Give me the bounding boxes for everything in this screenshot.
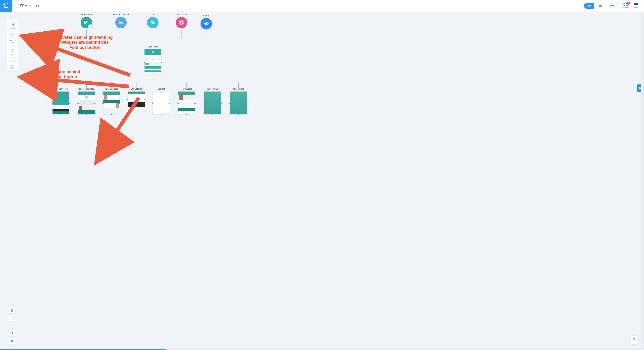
page-thumb-resources[interactable]: [78, 91, 95, 114]
page-label: TSM-Calendar: [130, 88, 143, 90]
page-thumb-about[interactable]: [178, 91, 195, 114]
connector: [86, 39, 206, 39]
widget-label: Social Plan: [176, 13, 187, 16]
page-thumb-contact[interactable]: [153, 91, 170, 114]
page-label: Contact: [158, 88, 165, 90]
connector: [61, 82, 238, 82]
connector: [86, 29, 87, 39]
connector: [206, 30, 206, 39]
edit-icon: [84, 20, 89, 25]
percent-badge: 0%: [88, 24, 93, 29]
annotation-arrows: [0, 12, 641, 349]
svg-line-5: [4, 4, 4, 8]
pages-button[interactable]: Pages: [7, 20, 18, 32]
widget-blog-planner[interactable]: 0%: [81, 17, 92, 28]
canvas[interactable]: Blog Planner 0% Keyword Planner Chat Soc…: [0, 12, 641, 349]
left-toolbar: Pages Campaign Apps Actions More Tools: [7, 20, 18, 72]
home-node-label: TSM Home: [148, 45, 158, 48]
widget-label: Blog Planner: [80, 13, 92, 16]
app-logo[interactable]: [0, 0, 12, 12]
page-label: TSM-Terms: [233, 88, 244, 90]
campaign-apps-label: Campaign Apps: [8, 39, 16, 43]
toggle-plan[interactable]: Plan: [594, 3, 606, 8]
widget-label: Chat: [150, 13, 155, 16]
svg-rect-16: [11, 37, 12, 38]
megaphone-icon: [203, 21, 209, 27]
gear-icon: [10, 48, 14, 52]
connector: [121, 29, 121, 39]
svg-point-36: [152, 22, 155, 24]
svg-line-50: [51, 47, 130, 75]
svg-rect-46: [204, 23, 205, 24]
more-tools-button[interactable]: More Tools: [7, 58, 18, 71]
toggle-live[interactable]: Live: [606, 3, 618, 8]
header-right: Off Plan Live 2 Kanban Menu: [584, 3, 644, 9]
progress-bar: [0, 349, 644, 350]
view-toggle: Off Plan Live: [584, 3, 618, 9]
menu-icon: [634, 3, 638, 6]
annotation-text-1: Several Campaign Planning Widgets are be…: [57, 35, 113, 50]
page-thumb-terms[interactable]: [230, 91, 247, 114]
page-label: TSM-About: [181, 88, 192, 90]
svg-point-32: [120, 22, 120, 23]
kanban-badge: 2: [627, 2, 630, 5]
campaign-apps-button[interactable]: Campaign Apps: [7, 32, 18, 46]
key-icon: [118, 20, 124, 25]
progress-fill: [0, 349, 166, 350]
actions-label: Actions: [10, 53, 15, 55]
annotation-text-2: Page icons are behind this fold out butt…: [35, 69, 81, 79]
home-node-thumb[interactable]: [144, 49, 162, 74]
svg-point-47: [208, 22, 208, 23]
page-label: TSM-Start Here: [54, 88, 68, 90]
more-tools-label: More Tools: [10, 65, 14, 69]
toggle-off[interactable]: Off: [584, 3, 594, 8]
svg-line-51: [51, 80, 129, 86]
header: TSM Home Off Plan Live 2 Kanban Menu: [0, 0, 644, 12]
widget-keyword-planner[interactable]: [115, 17, 127, 28]
connector: [153, 29, 153, 39]
page-label: TSM-Services: [105, 88, 118, 90]
svg-rect-15: [13, 35, 14, 36]
page-thumb-calendar[interactable]: [128, 91, 145, 107]
kanban-button[interactable]: 2 Kanban: [622, 3, 629, 9]
page-label: TSM-Resources: [79, 88, 94, 90]
pages-icon: [10, 22, 14, 27]
widget-chat[interactable]: [147, 17, 158, 28]
svg-point-18: [12, 50, 13, 51]
page-thumb-services[interactable]: [103, 91, 120, 114]
share-icon: [178, 19, 184, 26]
kanban-label: Kanban: [622, 7, 629, 9]
chat-bubbles-icon: [150, 20, 156, 25]
svg-point-48: [208, 23, 209, 24]
menu-button[interactable]: Menu: [634, 3, 638, 8]
page-title: TSM Home: [20, 4, 39, 8]
svg-rect-33: [121, 22, 123, 23]
widget-social-plan[interactable]: [176, 17, 187, 28]
page-thumb-start-here[interactable]: [52, 91, 70, 114]
page-thumb-privacy[interactable]: [204, 91, 221, 114]
svg-rect-34: [122, 22, 123, 24]
connector: [182, 29, 182, 39]
campaign-apps-icon: [10, 34, 14, 38]
page-label: TSM-Privacy: [207, 88, 219, 90]
scrollbar[interactable]: [641, 12, 644, 349]
widget-ad-set[interactable]: [200, 18, 212, 29]
actions-button[interactable]: Actions: [7, 46, 18, 58]
widget-label: Ad Set: [203, 14, 209, 17]
svg-rect-37: [180, 20, 182, 25]
svg-rect-14: [11, 35, 12, 36]
logo-icon: [3, 3, 9, 9]
svg-point-49: [208, 24, 208, 25]
svg-rect-17: [13, 37, 14, 38]
widget-label: Keyword Planner: [113, 13, 129, 16]
menu-label: Menu: [634, 6, 638, 8]
pages-label: Pages: [10, 27, 15, 29]
wand-icon: [10, 60, 14, 64]
